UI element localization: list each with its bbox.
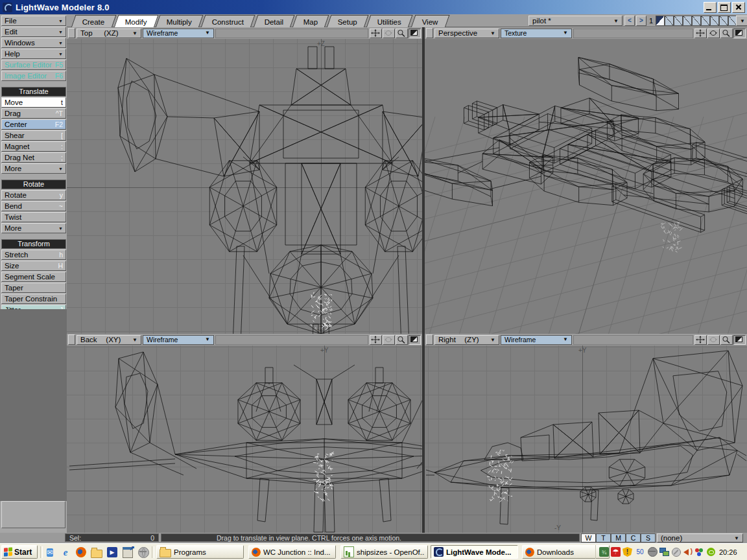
pan-icon[interactable] xyxy=(370,335,382,345)
volume-icon[interactable] xyxy=(683,547,693,557)
object-selector[interactable]: pilot *▼ xyxy=(528,16,622,26)
tool-twist[interactable]: Twist xyxy=(1,212,66,222)
media-player-icon[interactable]: ▶ xyxy=(106,546,118,558)
layer-button-3[interactable] xyxy=(674,16,683,26)
tool-center[interactable]: CenterF2 xyxy=(1,119,66,130)
surface-editor-button[interactable]: Surface EditorF5 xyxy=(1,60,66,70)
tool-taper-constrain[interactable]: Taper Constrain xyxy=(1,294,66,304)
tab-construct[interactable]: Construct xyxy=(201,15,255,28)
tab-create[interactable]: Create xyxy=(71,15,116,28)
menu-windows[interactable]: Windows▼ xyxy=(1,38,66,48)
color-balls-icon[interactable] xyxy=(694,547,704,557)
tab-modify[interactable]: Modify xyxy=(113,15,158,28)
maximize-icon[interactable] xyxy=(409,29,421,38)
render-mode-dropdown[interactable]: Wireframe▼ xyxy=(501,335,572,345)
mute-speaker-icon[interactable] xyxy=(671,547,681,557)
tool-taper[interactable]: Taper xyxy=(1,283,66,293)
task-programs[interactable]: Programs xyxy=(156,545,244,559)
maximize-icon[interactable] xyxy=(733,335,746,345)
ie-icon[interactable]: e xyxy=(60,546,71,558)
rotate-icon[interactable] xyxy=(707,29,720,38)
network-icon[interactable] xyxy=(659,547,669,557)
selection-set-dropdown[interactable]: (none)▼ xyxy=(657,533,743,542)
viewport-back-canvas[interactable]: +Y xyxy=(67,345,422,533)
rotate-icon[interactable] xyxy=(383,335,395,345)
mode-m-button[interactable]: M xyxy=(611,533,626,542)
mail-icon[interactable]: ✉ xyxy=(44,546,56,558)
tool-shear[interactable]: Shear[ xyxy=(1,130,66,141)
tool-magnet[interactable]: Magnet: xyxy=(1,141,66,152)
layer-button-8[interactable] xyxy=(719,16,728,26)
tool-rotate[interactable]: Rotatey xyxy=(1,190,66,200)
rotate-icon[interactable] xyxy=(383,29,395,38)
prev-object-button[interactable]: < xyxy=(624,16,635,26)
tool-size[interactable]: SizeH xyxy=(1,261,66,271)
tab-multiply[interactable]: Multiply xyxy=(156,15,204,28)
image-editor-button[interactable]: Image EditorF6 xyxy=(1,71,66,81)
tool-segment-scale[interactable]: Segment Scale xyxy=(1,272,66,282)
render-mode-dropdown[interactable]: Wireframe▼ xyxy=(143,29,214,38)
tab-utilities[interactable]: Utilities xyxy=(366,15,413,28)
zoom-icon[interactable] xyxy=(396,29,408,38)
viewport-right-canvas[interactable]: +Y -Y xyxy=(425,345,747,533)
minimize-button[interactable] xyxy=(704,2,717,13)
next-object-button[interactable]: > xyxy=(636,16,646,26)
launcher-icon[interactable] xyxy=(122,546,134,558)
view-type-dropdown[interactable]: Right(ZY)▼ xyxy=(434,335,499,345)
mode-s-button[interactable]: S xyxy=(641,533,656,542)
layer-button-5[interactable] xyxy=(692,16,701,26)
task-wc-junction[interactable]: WC Junction :: Ind... xyxy=(248,545,336,559)
menu-edit[interactable]: Edit▼ xyxy=(1,27,66,37)
close-button[interactable] xyxy=(732,2,745,13)
view-type-dropdown[interactable]: Top(XZ)▼ xyxy=(77,29,141,38)
rotate-icon[interactable] xyxy=(707,335,720,345)
window-titlebar[interactable]: LightWave Modeler 8.0 xyxy=(0,0,747,14)
firefox-icon[interactable] xyxy=(75,546,87,558)
layer-dropdown[interactable]: ▼ xyxy=(736,16,747,26)
menu-file[interactable]: File▼ xyxy=(1,16,66,26)
zoom-icon[interactable] xyxy=(720,29,733,38)
view-type-dropdown[interactable]: Back(XY)▼ xyxy=(77,335,141,345)
tool-translate-more[interactable]: More▼ xyxy=(1,163,66,174)
maximize-icon[interactable] xyxy=(733,29,746,38)
mode-w-button[interactable]: W xyxy=(581,533,596,542)
render-mode-dropdown[interactable]: Wireframe▼ xyxy=(143,335,214,345)
layer-button-2[interactable] xyxy=(665,16,674,26)
tool-move[interactable]: Movet xyxy=(1,97,66,108)
globe-icon[interactable] xyxy=(137,546,149,558)
task-lightwave[interactable]: LightWave Mode... xyxy=(431,545,518,559)
folder-icon[interactable] xyxy=(91,546,102,558)
globe-tray-icon[interactable] xyxy=(648,547,658,557)
tab-setup[interactable]: Setup xyxy=(327,15,369,28)
nvidia-icon[interactable] xyxy=(706,547,716,557)
menu-help[interactable]: Help▼ xyxy=(1,49,66,59)
view-type-dropdown[interactable]: Perspective▼ xyxy=(434,29,499,38)
tool-drag-net[interactable]: Drag Net; xyxy=(1,152,66,163)
mode-t-button[interactable]: T xyxy=(596,533,611,542)
security-shield-icon[interactable]: ! xyxy=(622,547,632,557)
tab-map[interactable]: Map xyxy=(292,15,329,28)
maximize-icon[interactable] xyxy=(409,335,421,345)
pan-icon[interactable] xyxy=(694,29,707,38)
pan-icon[interactable] xyxy=(694,335,707,345)
layer-button-1[interactable] xyxy=(656,16,665,26)
tool-drag[interactable]: Drag^T xyxy=(1,108,66,119)
lightwave-tray-icon[interactable]: ¾ xyxy=(599,547,609,557)
zoom-icon[interactable] xyxy=(396,335,408,345)
task-shipsizes[interactable]: shipsizes - OpenOf... xyxy=(340,545,428,559)
tab-view[interactable]: View xyxy=(410,15,449,28)
pan-icon[interactable] xyxy=(370,29,382,38)
layer-button-6[interactable] xyxy=(701,16,710,26)
tab-detail[interactable]: Detail xyxy=(253,15,294,28)
viewport-perspective-canvas[interactable] xyxy=(425,39,747,334)
tool-bend[interactable]: Bend~ xyxy=(1,201,66,211)
tool-rotate-more[interactable]: More▼ xyxy=(1,223,66,233)
mode-c-button[interactable]: C xyxy=(626,533,641,542)
start-button[interactable]: Start xyxy=(1,545,38,559)
maximize-button[interactable] xyxy=(718,2,731,13)
layer-button-7[interactable] xyxy=(710,16,719,26)
render-mode-dropdown[interactable]: Texture▼ xyxy=(501,29,572,38)
antivirus-icon[interactable]: ☂ xyxy=(611,547,621,557)
tool-stretch[interactable]: Stretchh xyxy=(1,250,66,260)
layer-button-4[interactable] xyxy=(683,16,692,26)
